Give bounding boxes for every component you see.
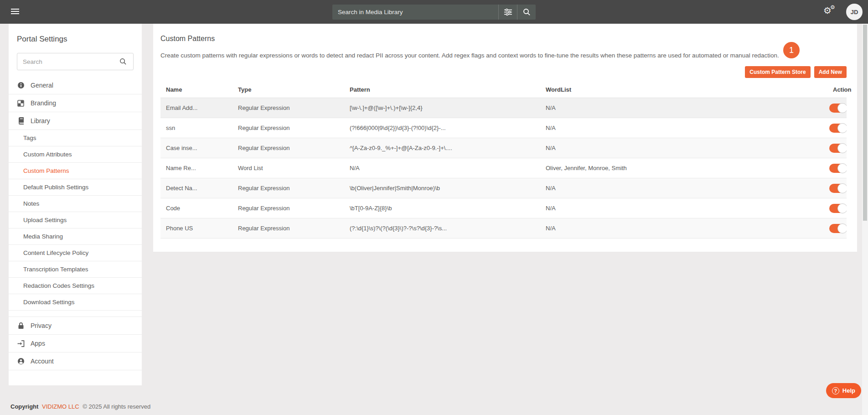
sidebar-nav: General Branding Library [9, 77, 142, 370]
sidebar-item-label: General [31, 82, 53, 89]
copyright-label: Copyright [10, 403, 38, 410]
sidebar-item-general[interactable]: General [9, 77, 142, 94]
hamburger-menu-icon[interactable] [11, 9, 19, 16]
cell-name: Name Re... [160, 158, 232, 178]
cell-pattern: [\w-\.]+@([\w-]+\.)+[\w-]{2,4} [344, 98, 540, 118]
cell-wordlist: N/A [540, 98, 827, 118]
branding-icon [17, 99, 25, 107]
library-book-icon [17, 117, 25, 125]
enable-toggle[interactable] [829, 104, 847, 113]
section-divider [9, 311, 142, 317]
table-row: Case inse... Regular Expression ^[A-Za-z… [160, 138, 847, 158]
page-scrollbar[interactable] [862, 24, 868, 415]
table-row: Name Re... Word List N/A Oliver, Jennife… [160, 158, 847, 178]
custom-patterns-panel: Custom Patterns Create custom patterns w… [153, 24, 857, 252]
sidebar-item-apps[interactable]: Apps [9, 335, 142, 353]
media-library-search-input[interactable] [332, 9, 498, 16]
sidebar-item-content-lifecycle-policy[interactable]: Content Lifecycle Policy [9, 245, 142, 261]
cell-name: ssn [160, 118, 232, 138]
copyright-suffix: © 2025 All rights reserved [83, 403, 150, 410]
account-person-icon [17, 358, 25, 365]
cell-wordlist: N/A [540, 198, 827, 218]
search-icon[interactable] [113, 58, 133, 65]
sidebar-item-notes[interactable]: Notes [9, 196, 142, 212]
cell-wordlist: Oliver, Jennifer, Monroe, Smith [540, 158, 827, 178]
header-actions: Custom Pattern Store Add New [160, 66, 847, 78]
user-avatar[interactable]: JD [846, 4, 863, 20]
cell-pattern: (?!666|000|9\d{2})\d{3}-(?!00)\d{2}-... [344, 118, 540, 138]
enable-toggle[interactable] [829, 164, 847, 173]
col-header-pattern: Pattern [344, 82, 540, 98]
sidebar-item-branding[interactable]: Branding [9, 94, 142, 112]
copyright-footer: Copyright VIDIZMO LLC © 2025 All rights … [10, 403, 150, 410]
sidebar-item-custom-patterns[interactable]: Custom Patterns [9, 163, 142, 179]
table-row: Code Regular Expression \bT[0-9A-Z]{8}\b… [160, 198, 847, 218]
table-row: Phone US Regular Expression (?:\d{1}\s)?… [160, 218, 847, 239]
cell-wordlist: N/A [540, 138, 827, 158]
custom-patterns-table: Name Type Pattern WordList Action Email … [160, 82, 847, 239]
help-button[interactable]: ? Help [826, 383, 861, 398]
col-header-type: Type [232, 82, 344, 98]
sidebar-item-account[interactable]: Account [9, 353, 142, 370]
sidebar-item-tags[interactable]: Tags [9, 130, 142, 146]
cell-name: Case inse... [160, 138, 232, 158]
sidebar-item-library[interactable]: Library [9, 112, 142, 130]
topbar: ⚙⚙ JD [0, 0, 868, 24]
sidebar-search-input[interactable] [17, 58, 113, 65]
cell-pattern: \bT[0-9A-Z]{8}\b [344, 198, 540, 218]
enable-toggle[interactable] [829, 204, 847, 213]
cell-pattern: (?:\d{1}\s)?\(?(\d{3}\)?-?\s?\d{3}-?\s..… [344, 218, 540, 239]
cell-wordlist: N/A [540, 178, 827, 198]
media-library-search [332, 5, 536, 20]
filter-icon[interactable] [499, 5, 517, 20]
help-label: Help [842, 387, 855, 394]
sidebar-item-media-sharing[interactable]: Media Sharing [9, 228, 142, 245]
sidebar-item-upload-settings[interactable]: Upload Settings [9, 212, 142, 228]
cell-name: Email Add... [160, 98, 232, 118]
scrollbar-thumb[interactable] [863, 25, 867, 221]
question-mark-icon: ? [832, 387, 839, 394]
sidebar-item-label: Branding [31, 99, 56, 107]
cell-type: Regular Expression [232, 198, 344, 218]
table-header-row: Name Type Pattern WordList Action [160, 82, 847, 98]
sidebar-item-redaction-codes-settings[interactable]: Redaction Codes Settings [9, 278, 142, 294]
sign-in-arrow-icon [17, 340, 25, 348]
cell-type: Regular Expression [232, 218, 344, 239]
page-title: Custom Patterns [160, 35, 847, 43]
enable-toggle[interactable] [829, 184, 847, 193]
admin-settings-gears-icon[interactable]: ⚙⚙ [823, 5, 838, 19]
enable-toggle[interactable] [829, 144, 847, 153]
cell-wordlist: N/A [540, 218, 827, 239]
sidebar-item-download-settings[interactable]: Download Settings [9, 294, 142, 311]
cell-name: Detect Na... [160, 178, 232, 198]
sidebar-item-custom-attributes[interactable]: Custom Attributes [9, 146, 142, 163]
search-icon[interactable] [517, 5, 536, 20]
lock-icon [17, 322, 25, 330]
company-link[interactable]: VIDIZMO LLC [42, 403, 79, 410]
cell-pattern: \b(Oliver|Jennifer|Smith|Monroe)\b [344, 178, 540, 198]
sidebar-item-default-publish-settings[interactable]: Default Publish Settings [9, 179, 142, 196]
table-row: Detect Na... Regular Expression \b(Olive… [160, 178, 847, 198]
col-header-action: Action [827, 82, 847, 98]
cell-type: Word List [232, 158, 344, 178]
cell-type: Regular Expression [232, 118, 344, 138]
cell-name: Code [160, 198, 232, 218]
sidebar-search [17, 53, 134, 70]
topbar-right: ⚙⚙ JD [823, 0, 863, 24]
sidebar-item-label: Library [31, 117, 50, 124]
info-icon [17, 82, 25, 89]
add-new-button[interactable]: Add New [814, 66, 847, 78]
cell-type: Regular Expression [232, 138, 344, 158]
sidebar-item-privacy[interactable]: Privacy [9, 317, 142, 335]
cell-wordlist: N/A [540, 118, 827, 138]
enable-toggle[interactable] [829, 224, 847, 233]
cell-type: Regular Expression [232, 98, 344, 118]
page-description: Create custom patterns with regular expr… [160, 52, 847, 59]
enable-toggle[interactable] [829, 124, 847, 133]
custom-pattern-store-button[interactable]: Custom Pattern Store [745, 66, 810, 78]
cell-name: Phone US [160, 218, 232, 239]
sidebar-item-transcription-templates[interactable]: Transcription Templates [9, 261, 142, 278]
sidebar-item-label: Apps [31, 340, 45, 347]
step-annotation-badge: 1 [783, 42, 800, 58]
cell-type: Regular Expression [232, 178, 344, 198]
